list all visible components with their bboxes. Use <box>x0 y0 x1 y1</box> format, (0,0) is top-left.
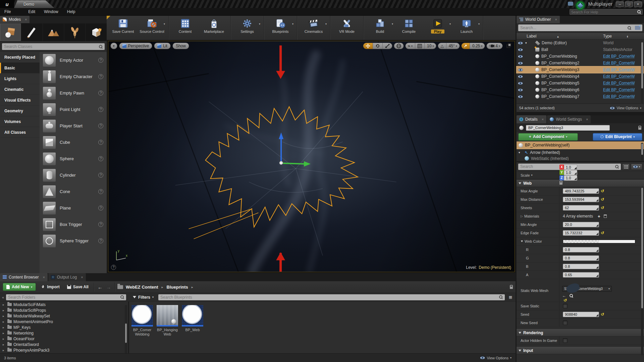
close-icon[interactable]: × <box>43 275 45 279</box>
back-button[interactable]: ← <box>98 284 103 290</box>
search-assets-input[interactable] <box>160 295 499 300</box>
b-input[interactable] <box>563 264 599 269</box>
chevron-down-icon[interactable]: ▾ <box>259 22 260 25</box>
add-component-button[interactable]: +Add Component▾ <box>518 133 578 141</box>
section-rendering[interactable]: Rendering <box>517 329 644 337</box>
save-static-checkbox[interactable] <box>563 304 568 308</box>
folder-row[interactable]: ▸ MovementAnimsetPro <box>3 319 128 324</box>
foliage-mode-button[interactable] <box>64 23 85 41</box>
expander-icon[interactable]: ▸ <box>3 337 6 341</box>
viewport-options-button[interactable]: ▾ <box>110 43 117 49</box>
visibility-eye-icon[interactable] <box>518 62 525 65</box>
maximize-viewport-button[interactable] <box>504 43 513 49</box>
sheets-input[interactable] <box>563 205 599 210</box>
folder-row[interactable]: ▸ Networking <box>3 330 128 336</box>
show-button[interactable]: Show <box>172 43 189 49</box>
document-tab[interactable]: Demo <box>14 0 54 8</box>
expander-icon[interactable]: ▸ <box>3 309 6 312</box>
placeable-item[interactable]: Point Light ? <box>40 101 107 118</box>
blueprints-button[interactable]: ▾ Blueprints <box>266 16 295 40</box>
add-new-button[interactable]: Add New▾ <box>3 283 36 291</box>
cinematics-button[interactable]: ▾ Cinematics <box>299 16 328 40</box>
search-folders[interactable] <box>6 294 126 300</box>
search-classes[interactable] <box>2 43 105 50</box>
scale-snap-toggle[interactable]: ↗ <box>462 43 470 49</box>
import-button[interactable]: Import <box>39 283 61 291</box>
marketplace-button[interactable]: Marketplace <box>200 16 228 40</box>
placeable-item[interactable]: Empty Pawn ? <box>40 85 107 101</box>
seed-input[interactable] <box>563 312 599 317</box>
breadcrumb-current[interactable]: Blueprints <box>167 285 188 290</box>
mode-category[interactable]: Visual Effects <box>0 95 40 106</box>
perspective-button[interactable]: Perspective <box>119 43 153 49</box>
compile-button[interactable]: Compile <box>394 16 423 40</box>
view-options-button[interactable]: View Options▾ <box>610 106 641 110</box>
outliner-row[interactable]: BP_CornerWebbing2 Edit BP_CornerW <box>517 60 644 66</box>
revert-icon[interactable]: ↺ <box>601 231 604 235</box>
chevron-down-icon[interactable]: ▾ <box>292 22 293 25</box>
edit-blueprint-button[interactable]: Edit Blueprint▾ <box>593 133 642 141</box>
actor-type-cell[interactable]: World <box>603 41 644 45</box>
component-webstatic-row[interactable]: WebStatic (Inherited) <box>517 156 644 161</box>
folder-row[interactable]: ▸ ModularScifiProps <box>3 307 128 313</box>
viewport[interactable]: ▾ Perspective Lit Show ⌁▾ 1 <box>108 41 515 272</box>
actor-hidden-checkbox[interactable] <box>563 338 568 343</box>
rotation-snap-value-button[interactable]: 45°▾ <box>446 43 460 49</box>
a-input[interactable] <box>563 272 599 278</box>
grid-snap-toggle[interactable] <box>415 43 424 49</box>
search-classes-input[interactable] <box>4 44 99 49</box>
forward-button[interactable]: → <box>106 284 111 290</box>
asset-tile[interactable]: BP_Corner Webbing <box>131 305 153 337</box>
expander-icon[interactable]: ▸ <box>3 326 6 329</box>
paint-mode-button[interactable] <box>21 23 42 41</box>
component-arrow-row[interactable]: ▾ ↖ Arrow (Inherited) <box>517 149 644 156</box>
tab-modes[interactable]: Modes × <box>0 16 30 23</box>
menu-window[interactable]: Window <box>40 8 63 16</box>
close-icon[interactable]: × <box>81 275 83 279</box>
actor-type-cell[interactable]: Edit BP_CornerW <box>603 74 644 79</box>
trash-icon[interactable] <box>604 215 607 218</box>
launch-button[interactable]: ▾ Launch <box>452 16 481 40</box>
section-input[interactable]: Input <box>517 347 644 354</box>
new-folder-icon[interactable] <box>635 26 640 30</box>
close-icon[interactable]: × <box>555 17 557 21</box>
chevron-down-icon[interactable]: ▾ <box>325 22 327 25</box>
actor-type-cell[interactable]: Edit BP_CornerW <box>603 54 644 59</box>
chevron-down-icon[interactable]: ▾ <box>449 22 451 25</box>
close-icon[interactable]: × <box>25 17 27 21</box>
move-tool-button[interactable] <box>363 43 373 49</box>
details-scrollbar[interactable] <box>641 188 643 355</box>
filters-button[interactable]: Filters▾ <box>131 293 156 301</box>
expander-icon[interactable]: ▷ <box>521 215 523 218</box>
geometry-mode-button[interactable] <box>86 23 107 41</box>
outliner-search[interactable] <box>518 24 642 31</box>
expander-icon[interactable]: ▸ <box>3 320 6 323</box>
search-assets[interactable] <box>158 294 505 300</box>
mode-category[interactable]: Cinematic <box>0 84 40 95</box>
revert-icon[interactable]: ↺ <box>564 298 567 303</box>
menu-edit[interactable]: Edit <box>24 8 40 16</box>
rotate-tool-button[interactable] <box>373 43 382 49</box>
placeable-item[interactable]: Cone ? <box>40 183 107 200</box>
close-icon[interactable]: × <box>586 117 588 121</box>
r-input[interactable] <box>563 247 599 252</box>
visibility-eye-icon[interactable] <box>518 42 525 45</box>
chevron-down-icon[interactable]: ▾ <box>164 22 165 25</box>
outliner-scrollbar[interactable] <box>641 42 643 103</box>
lock-icon[interactable] <box>638 127 641 130</box>
visibility-eye-icon[interactable] <box>518 95 525 98</box>
placeable-item[interactable]: Empty Actor ? <box>40 52 107 68</box>
save-current-button[interactable]: Save Current <box>109 16 138 40</box>
menu-file[interactable]: File <box>0 8 15 16</box>
visibility-eye-icon[interactable] <box>518 82 525 85</box>
close-button[interactable]: × <box>634 1 642 7</box>
tab-world-outliner[interactable]: World Outliner × <box>517 16 560 23</box>
folder-row[interactable]: ▸ OrientalSword <box>3 342 128 347</box>
revert-icon[interactable]: ↺ <box>601 189 604 193</box>
asset-tile[interactable]: BP_Hanging Web <box>156 305 178 337</box>
view-options-button[interactable]: View Options▾ <box>480 356 512 360</box>
asset-tile[interactable]: BP_Web <box>181 305 204 332</box>
component-root-row[interactable]: BP_CornerWebbing(self) <box>517 141 644 149</box>
vr-mode-button[interactable]: VR Mode <box>332 16 361 40</box>
expander-icon[interactable]: ▸ <box>3 331 6 335</box>
